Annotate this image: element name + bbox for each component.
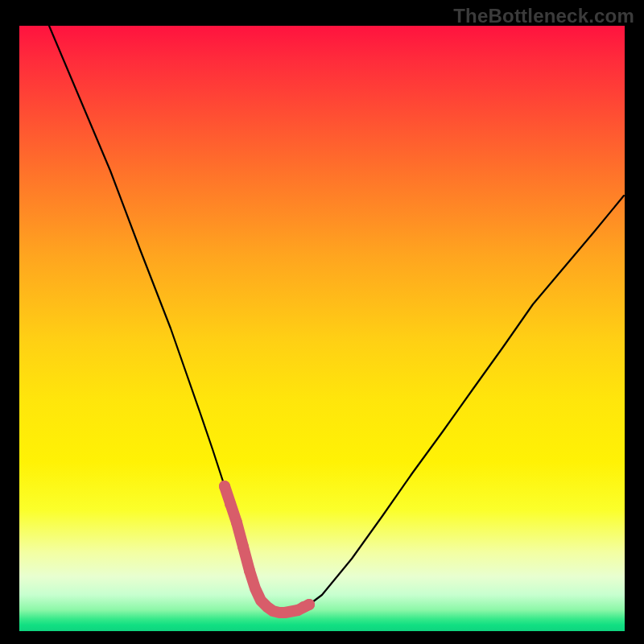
chart-frame: TheBottleneck.com (0, 0, 644, 644)
watermark-text: TheBottleneck.com (453, 5, 634, 27)
svg-point-2 (231, 517, 242, 528)
svg-point-7 (303, 599, 315, 610)
svg-point-4 (244, 565, 255, 576)
highlight-dots (219, 481, 315, 616)
plot-area (19, 26, 625, 631)
svg-point-0 (219, 481, 230, 492)
bottleneck-curve-highlight (225, 486, 309, 613)
svg-point-1 (225, 498, 236, 510)
curve-svg (19, 26, 625, 631)
svg-point-3 (237, 541, 249, 552)
bottleneck-curve (49, 26, 624, 613)
